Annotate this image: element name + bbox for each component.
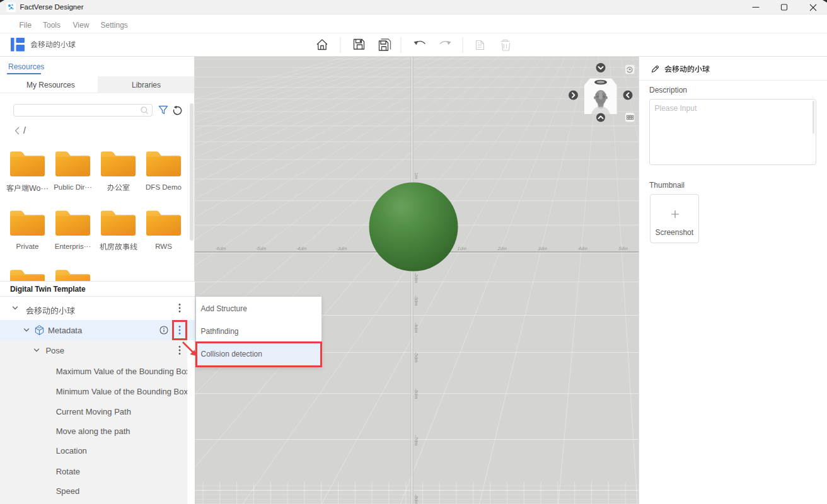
svg-text:1dm: 1dm bbox=[457, 246, 468, 251]
svg-text:-7dm: -7dm bbox=[414, 435, 419, 445]
svg-text:3dm: 3dm bbox=[538, 246, 548, 251]
svg-text:2dm: 2dm bbox=[497, 246, 508, 251]
svg-text:-5dm: -5dm bbox=[255, 246, 267, 251]
svg-text:-2dm: -2dm bbox=[414, 272, 419, 283]
svg-text:5dm: 5dm bbox=[618, 246, 629, 251]
svg-text:-4dm: -4dm bbox=[414, 322, 419, 333]
svg-text:-8dm: -8dm bbox=[414, 494, 419, 504]
svg-text:-6dm: -6dm bbox=[215, 246, 227, 251]
svg-text:-4dm: -4dm bbox=[296, 246, 308, 251]
svg-text:4dm: 4dm bbox=[578, 246, 589, 251]
svg-text:-3dm: -3dm bbox=[414, 295, 419, 306]
svg-text:-5dm: -5dm bbox=[414, 352, 419, 362]
svg-text:-3dm: -3dm bbox=[336, 246, 348, 251]
svg-text:-6dm: -6dm bbox=[414, 388, 419, 399]
svg-text:1m: 1m bbox=[414, 173, 419, 179]
